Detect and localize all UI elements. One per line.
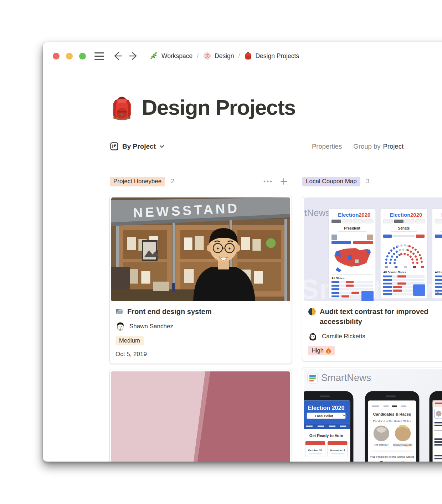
ballot-label: Local Ballot — [315, 414, 333, 418]
pink-paper-photo — [111, 371, 290, 462]
card-title-row: Audit text contrast for improved accessi… — [308, 307, 442, 326]
breadcrumb-separator: / — [194, 52, 201, 60]
column-header: Project Honeybee 2 — [110, 175, 292, 187]
window-controls — [53, 53, 86, 60]
candidate-name: Joe Biden (D) — [374, 443, 389, 446]
election-year: 2020 — [359, 212, 370, 218]
column-name-badge[interactable]: Project Honeybee — [110, 177, 165, 186]
priority-badge: High — [308, 346, 335, 355]
smartnews-logo-text: SmartNews — [321, 372, 371, 383]
table-label: All States — [332, 277, 345, 280]
zoom-window-button[interactable] — [79, 53, 86, 60]
board-column-project-honeybee: Project Honeybee 2 — [110, 175, 292, 462]
election-brand: Election — [338, 212, 359, 218]
breadcrumb-design-projects[interactable]: Design Projects — [243, 52, 300, 60]
breadcrumb-label: Design — [215, 52, 234, 60]
app-window: Workspace / Design / — [43, 42, 442, 462]
breadcrumb-separator: / — [236, 52, 243, 60]
backpack-icon — [110, 95, 134, 122]
card-title-row: Front end design system — [115, 307, 269, 317]
screen-heading: President — [344, 226, 360, 230]
election-brand: Election — [390, 212, 410, 218]
chevron-down-icon — [159, 145, 164, 148]
column-more-icon[interactable] — [263, 180, 272, 183]
page-title-row: Design Projects — [110, 95, 442, 122]
breadcrumb-label: Design Projects — [255, 52, 299, 60]
smartnews-phones-image: SmartNews Election 2020 — [304, 369, 442, 462]
column-header: Local Coupon Map 3 — [302, 175, 442, 187]
breadcrumb-workspace[interactable]: Workspace — [148, 52, 194, 60]
card-assignee: Shawn Sanchez — [115, 322, 286, 331]
open-folder-icon — [115, 308, 124, 315]
column-name-badge[interactable]: Local Coupon Map — [302, 177, 360, 186]
card-cover: SmartNews SmartNews Election 2020 Presid… — [302, 196, 442, 302]
view-name: By Project — [122, 143, 156, 150]
add-card-icon[interactable] — [280, 178, 287, 185]
avatar-shawn-sanchez — [115, 322, 125, 331]
card-date: Oct 5, 2019 — [115, 351, 286, 358]
view-toolbar: By Project Properties Group by Project — [110, 142, 442, 157]
election-year: 2020 — [410, 212, 422, 218]
breadcrumb: Workspace / Design / — [148, 52, 300, 60]
board-view-icon — [110, 142, 119, 151]
vp-subheading: Vice President of the United States — [370, 455, 414, 458]
card-body: Audit text contrast for improved accessi… — [302, 302, 442, 361]
assignee-name: Camille Ricketts — [322, 333, 365, 340]
herb-icon — [150, 52, 158, 60]
vote-heading: Get Ready to Vote — [309, 433, 343, 438]
close-window-button[interactable] — [53, 53, 60, 60]
table-label: All House Races — [435, 271, 442, 274]
card-audit-text-contrast[interactable]: SmartNews SmartNews Election 2020 Presid… — [302, 196, 442, 361]
toolbar-controls: Properties Group by Project — [312, 143, 404, 150]
priority-label: Medium — [119, 337, 140, 344]
card-body: Front end design system — [110, 302, 292, 364]
election-screens-image: SmartNews SmartNews Election 2020 Presid… — [304, 197, 442, 301]
assignee-name: Shawn Sanchez — [129, 323, 173, 330]
page-content: Design Projects By Project Properties Gr… — [43, 95, 442, 462]
screen-heading: Senate — [398, 226, 410, 230]
fish-cake-icon — [203, 52, 211, 60]
titlebar: Workspace / Design / — [43, 42, 442, 70]
backpack-icon — [244, 52, 252, 60]
breadcrumb-design[interactable]: Design — [201, 52, 235, 60]
back-arrow-icon[interactable] — [112, 51, 123, 61]
breadcrumb-label: Workspace — [161, 52, 192, 60]
forward-arrow-icon[interactable] — [128, 51, 139, 61]
group-by-label: Group by — [353, 143, 380, 150]
card-front-end-design-system[interactable]: NEWSSTAND — [110, 196, 292, 364]
properties-button[interactable]: Properties — [312, 143, 342, 150]
priority-label: High — [312, 347, 324, 354]
card-cover: NEWSSTAND — [110, 196, 292, 302]
phone-header: Election 2020 — [308, 405, 345, 411]
board-column-local-coupon-map: Local Coupon Map 3 SmartNews SmartNews — [302, 175, 442, 462]
priority-badge: Medium — [115, 336, 144, 345]
page-title: Design Projects — [142, 95, 295, 120]
minimize-window-button[interactable] — [66, 53, 73, 60]
card-assignee: Camille Ricketts — [308, 331, 442, 341]
avatar-camille-ricketts — [308, 331, 318, 341]
smartnews-logo-text: SmartNews — [304, 207, 330, 218]
newsstand-photo: NEWSSTAND — [111, 197, 290, 301]
group-by-button[interactable]: Group by Project — [353, 143, 404, 150]
sidebar-menu-icon[interactable] — [94, 52, 104, 60]
column-count: 2 — [171, 178, 174, 185]
vote-date: October 20 — [308, 449, 322, 452]
candidates-heading: Candidates & Races — [373, 412, 411, 416]
candidate-name: Donald Trump (R)* — [393, 444, 413, 447]
group-by-value: Project — [383, 143, 404, 150]
half-moon-contrast-icon — [308, 308, 316, 316]
fire-icon — [326, 348, 331, 354]
kanban-board: Project Honeybee 2 — [110, 175, 442, 462]
card-pink-paper[interactable] — [110, 370, 292, 462]
column-count: 3 — [366, 178, 369, 185]
card-title: Audit text contrast for improved accessi… — [320, 307, 442, 326]
president-subheading: President of the United States — [373, 420, 411, 423]
table-label: All Senate Races — [383, 271, 406, 274]
card-cover — [110, 370, 292, 462]
card-smartnews-phones[interactable]: SmartNews Election 2020 — [302, 367, 442, 462]
card-cover: SmartNews Election 2020 — [302, 367, 442, 462]
data-footnote: *Data shown in so — [435, 292, 442, 296]
card-title: Front end design system — [127, 307, 212, 317]
vote-date: November 3 — [330, 449, 345, 452]
